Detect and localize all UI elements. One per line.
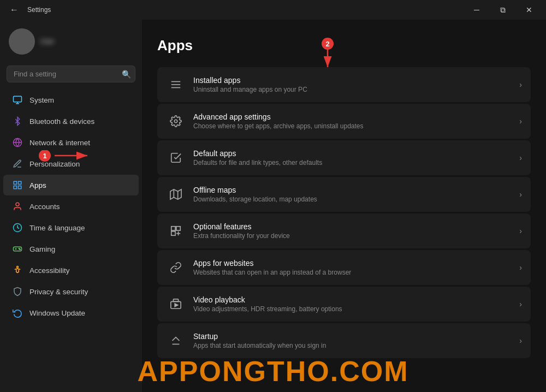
svg-rect-0 (14, 96, 22, 102)
sidebar-item-label-network: Network & internet (29, 139, 90, 147)
user-profile: User (0, 24, 142, 63)
nav-list: System Bluetooth & devices Network & int… (0, 89, 142, 324)
setting-item-advanced-app-settings[interactable]: Advanced app settings Choose where to ge… (157, 104, 531, 139)
titlebar-left: ← Settings (7, 2, 51, 17)
sidebar-item-gaming[interactable]: Gaming (3, 239, 139, 259)
svg-point-9 (16, 203, 19, 206)
sidebar-item-accounts[interactable]: Accounts (3, 196, 139, 217)
search-container: 🔍 (7, 66, 135, 82)
svg-point-14 (17, 266, 19, 268)
app-title: Settings (27, 6, 51, 14)
apps-for-websites-chevron: › (519, 263, 522, 272)
setting-item-offline-maps[interactable]: Offline maps Downloads, storage location… (157, 177, 531, 212)
network-icon (12, 137, 23, 148)
svg-rect-5 (14, 181, 16, 184)
accounts-icon (12, 201, 23, 212)
installed-apps-icon (166, 75, 186, 94)
video-playback-icon (166, 294, 186, 314)
startup-chevron: › (519, 336, 522, 345)
sidebar-item-accessibility[interactable]: Accessibility (3, 260, 139, 281)
video-playback-text: Video playback Video adjustments, HDR st… (193, 295, 519, 313)
sidebar-item-time[interactable]: Time & language (3, 217, 139, 238)
back-button[interactable]: ← (7, 2, 22, 17)
setting-item-apps-for-websites[interactable]: Apps for websites Websites that can open… (157, 250, 531, 285)
bluetooth-icon (12, 116, 23, 127)
sidebar-item-label-privacy: Privacy & security (29, 288, 88, 296)
sidebar-item-system[interactable]: System (3, 90, 139, 110)
svg-rect-6 (19, 181, 21, 184)
apps-for-websites-text: Apps for websites Websites that can open… (193, 259, 519, 276)
svg-rect-24 (171, 231, 175, 235)
sidebar-item-update[interactable]: Windows Update (3, 302, 139, 323)
system-icon (12, 94, 23, 105)
sidebar-item-label-update: Windows Update (29, 309, 85, 317)
sidebar: User 🔍 System Bluetooth & devices Networ… (0, 20, 142, 392)
svg-rect-23 (176, 227, 180, 230)
sidebar-item-privacy[interactable]: Privacy & security (3, 281, 139, 302)
video-playback-desc: Video adjustments, HDR streaming, batter… (193, 305, 519, 313)
apps-icon (12, 180, 23, 191)
setting-item-startup[interactable]: Startup Apps that start automatically wh… (157, 323, 531, 358)
default-apps-title: Default apps (193, 149, 519, 158)
offline-maps-chevron: › (519, 190, 522, 199)
installed-apps-desc: Uninstall and manage apps on your PC (193, 86, 519, 93)
sidebar-item-label-system: System (29, 96, 54, 104)
window-controls: ─ ⧉ ✕ (464, 2, 542, 18)
user-name: User (40, 38, 54, 45)
sidebar-item-label-gaming: Gaming (29, 245, 55, 253)
offline-maps-title: Offline maps (193, 186, 519, 194)
startup-icon (166, 331, 186, 351)
optional-features-title: Optional features (193, 222, 519, 231)
advanced-app-settings-desc: Choose where to get apps, archive apps, … (193, 122, 519, 130)
privacy-icon (12, 286, 23, 297)
svg-rect-8 (19, 186, 21, 189)
optional-features-icon (166, 221, 186, 241)
search-icon: 🔍 (122, 70, 131, 79)
close-button[interactable]: ✕ (517, 2, 542, 18)
svg-marker-28 (175, 304, 178, 307)
sidebar-item-label-accounts: Accounts (29, 203, 60, 211)
svg-rect-22 (171, 227, 175, 230)
restore-button[interactable]: ⧉ (490, 2, 515, 18)
advanced-app-settings-text: Advanced app settings Choose where to ge… (193, 112, 519, 130)
offline-maps-text: Offline maps Downloads, storage location… (193, 186, 519, 203)
sidebar-item-label-personalization: Personalization (29, 160, 80, 168)
startup-text: Startup Apps that start automatically wh… (193, 332, 519, 349)
sidebar-item-label-accessibility: Accessibility (29, 266, 70, 275)
optional-features-desc: Extra functionality for your device (193, 232, 519, 240)
sidebar-item-label-bluetooth: Bluetooth & devices (29, 117, 94, 126)
personalization-icon (12, 158, 23, 169)
advanced-app-settings-title: Advanced app settings (193, 112, 519, 121)
optional-features-text: Optional features Extra functionality fo… (193, 222, 519, 240)
default-apps-text: Default apps Defaults for file and link … (193, 149, 519, 167)
default-apps-chevron: › (519, 153, 522, 162)
sidebar-item-apps[interactable]: Apps (3, 175, 139, 195)
installed-apps-title: Installed apps (193, 76, 519, 85)
setting-item-installed-apps[interactable]: Installed apps Uninstall and manage apps… (157, 67, 531, 102)
setting-item-default-apps[interactable]: Default apps Defaults for file and link … (157, 140, 531, 175)
accessibility-icon (12, 265, 23, 276)
default-apps-desc: Defaults for file and link types, other … (193, 159, 519, 167)
sidebar-item-bluetooth[interactable]: Bluetooth & devices (3, 111, 139, 132)
svg-marker-19 (170, 189, 181, 199)
search-input[interactable] (7, 66, 135, 82)
page-title: Apps (157, 37, 531, 54)
gaming-icon (12, 243, 23, 254)
setting-item-video-playback[interactable]: Video playback Video adjustments, HDR st… (157, 287, 531, 322)
setting-item-optional-features[interactable]: Optional features Extra functionality fo… (157, 213, 531, 248)
main-content: Apps Installed apps Uninstall and manage… (142, 20, 546, 392)
startup-title: Startup (193, 332, 519, 341)
minimize-button[interactable]: ─ (464, 2, 489, 18)
sidebar-item-personalization[interactable]: Personalization (3, 153, 139, 174)
apps-for-websites-title: Apps for websites (193, 259, 519, 268)
titlebar: ← Settings ─ ⧉ ✕ (0, 0, 546, 20)
update-icon (12, 307, 23, 318)
advanced-app-settings-chevron: › (519, 117, 522, 126)
settings-list: Installed apps Uninstall and manage apps… (157, 67, 531, 358)
advanced-app-settings-icon (166, 111, 186, 131)
offline-maps-icon (166, 185, 186, 204)
app-container: User 🔍 System Bluetooth & devices Networ… (0, 20, 546, 392)
sidebar-item-network[interactable]: Network & internet (3, 132, 139, 153)
svg-point-18 (174, 120, 177, 123)
optional-features-chevron: › (519, 227, 522, 235)
